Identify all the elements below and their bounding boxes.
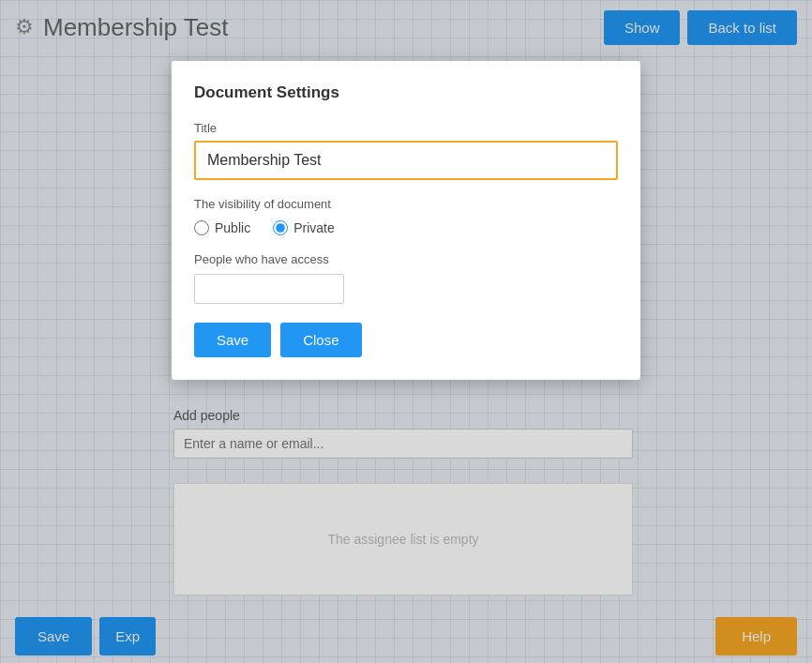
radio-public[interactable]: Public <box>194 220 250 235</box>
modal-save-button[interactable]: Save <box>194 323 271 357</box>
modal-close-button[interactable]: Close <box>280 323 361 357</box>
radio-public-input[interactable] <box>194 220 209 235</box>
radio-public-label: Public <box>215 220 250 235</box>
radio-group: Public Private <box>194 220 618 235</box>
visibility-form-group: The visibility of document Public Privat… <box>194 197 618 235</box>
access-label: People who have access <box>194 252 618 266</box>
title-input[interactable] <box>194 141 618 180</box>
title-label: Title <box>194 121 618 135</box>
radio-private-label: Private <box>293 220 335 235</box>
document-settings-modal: Document Settings Title The visibility o… <box>172 61 640 380</box>
access-form-group: People who have access <box>194 252 618 304</box>
radio-private-input[interactable] <box>273 220 288 235</box>
access-input[interactable] <box>194 274 344 304</box>
modal-title: Document Settings <box>194 83 618 102</box>
modal-overlay: Document Settings Title The visibility o… <box>0 0 812 663</box>
visibility-label: The visibility of document <box>194 197 618 211</box>
modal-buttons: Save Close <box>194 323 618 357</box>
radio-private[interactable]: Private <box>273 220 335 235</box>
title-form-group: Title <box>194 121 618 180</box>
